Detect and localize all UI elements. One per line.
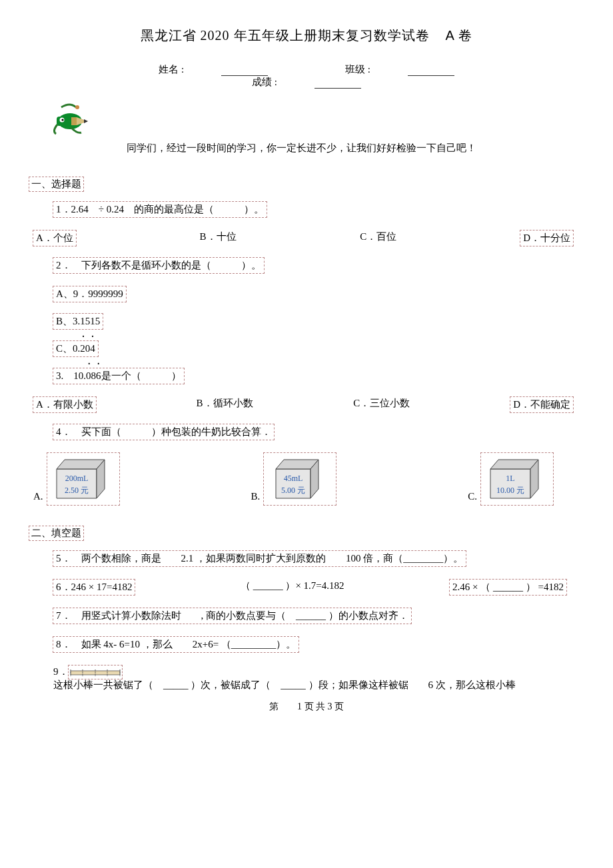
svg-rect-1 — [57, 117, 71, 126]
q4-choice-c[interactable]: 1L 10.00 元 — [481, 453, 553, 505]
q1-choice-c[interactable]: C．百位 — [360, 230, 396, 243]
svg-point-7 — [75, 105, 79, 109]
milk-a-price: 2.50 元 — [65, 486, 89, 495]
q2-c-num-cycle: 204 — [80, 343, 95, 354]
q4-label-b: B. — [251, 491, 261, 505]
q6-part3: 2.46 × （ ______ ） =4182 — [450, 580, 566, 595]
q3-suffix: 是一个（ ） — [101, 370, 181, 381]
class-blank[interactable] — [408, 66, 454, 76]
meta-row: 姓名 : 班级 : 成绩 : — [33, 63, 580, 89]
section-2-header: 二、填空题 — [29, 526, 83, 540]
q1-choice-d[interactable]: D．十分位 — [520, 230, 573, 246]
q6-part2: （ ______ ）× 1.7=4.182 — [241, 580, 344, 595]
title-volume: A 卷 — [446, 28, 473, 43]
q3-num-cycle: 086 — [86, 370, 101, 382]
milk-box-icon: 200mL 2.50 元 — [50, 454, 117, 501]
q4-label-c: C. — [468, 491, 477, 505]
milk-b-price: 5.00 元 — [281, 486, 305, 495]
score-blank[interactable] — [314, 79, 361, 89]
pencil-mascot-icon — [47, 98, 107, 138]
q1-text: 1．2.64 ÷ 0.24 的商的最高位是（ ）。 — [53, 202, 267, 217]
q3-choices: A．有限小数 B．循环小数 C．三位小数 D．不能确定 — [33, 397, 580, 412]
q3-text: 3. 10.086是一个（ ） — [53, 368, 184, 384]
q4-choices: A. 200mL 2.50 元 B. 45mL 5.00 元 — [33, 453, 580, 505]
milk-b-vol: 45mL — [284, 474, 303, 483]
svg-marker-4 — [84, 119, 88, 123]
q8-text: 8． 如果 4x- 6=10 ，那么 2x+6= （_________）。 — [53, 637, 299, 652]
q1-choice-a[interactable]: A．个位 — [33, 230, 76, 246]
milk-a-vol: 200mL — [65, 474, 88, 483]
q2-text: 2． 下列各数不是循环小数的是（ ）。 — [53, 258, 264, 273]
class-field: 班级 : — [326, 63, 473, 76]
stick-icon — [69, 667, 121, 678]
score-label: 成绩 : — [252, 76, 277, 89]
page-title: 黑龙江省 2020 年五年级上册期末复习数学试卷 A 卷 — [33, 27, 580, 45]
q4-label-a: A. — [33, 491, 43, 505]
q5-text: 5． 两个数相除，商是 2.1 ，如果两数同时扩大到原数的 100 倍，商（__… — [53, 551, 466, 566]
q1-choices: A．个位 B．十位 C．百位 D．十分位 — [33, 230, 580, 246]
q2-c-prefix: C、 — [56, 343, 73, 354]
score-field: 成绩 : — [233, 76, 380, 89]
q6-part1: 6．246 × 17=4182 — [53, 580, 135, 595]
milk-c-price: 10.00 元 — [496, 486, 524, 495]
page-footer: 第 1 页 共 3 页 — [33, 701, 580, 713]
q3-num-front: 10. — [73, 370, 86, 381]
q1-choice-b[interactable]: B．十位 — [200, 230, 237, 243]
name-field: 姓名 : — [140, 63, 287, 76]
milk-c-vol: 1L — [506, 474, 514, 483]
q3-prefix: 3. — [56, 370, 73, 381]
name-blank[interactable] — [221, 66, 268, 76]
section-1-header: 一、选择题 — [29, 177, 83, 191]
title-main: 黑龙江省 2020 年五年级上册期末复习数学试卷 — [141, 28, 430, 43]
q4-text: 4． 买下面（ ）种包装的牛奶比较合算． — [53, 424, 274, 440]
q9-prefix: 9． — [53, 665, 69, 678]
svg-point-6 — [61, 119, 63, 121]
q3-choice-a[interactable]: A．有限小数 — [33, 397, 96, 412]
milk-box-icon: 45mL 5.00 元 — [267, 454, 333, 501]
q9-stick-image — [69, 665, 122, 679]
milk-box-icon: 1L 10.00 元 — [484, 454, 550, 501]
q3-choice-d[interactable]: D．不能确定 — [510, 397, 573, 412]
q2-choice-a[interactable]: A、9．9999999 — [53, 286, 126, 302]
svg-rect-2 — [71, 117, 77, 125]
q3-choice-c[interactable]: C．三位小数 — [353, 397, 410, 410]
intro-text: 同学们，经过一段时间的学习，你一定长进不少，让我们好好检验一下自己吧！ — [33, 142, 580, 155]
q4-choice-b[interactable]: 45mL 5.00 元 — [264, 453, 336, 505]
q7-text: 7． 用竖式计算小数除法时 , 商的小数点要与（ ______ ）的小数点对齐． — [53, 608, 411, 624]
q2-choice-b[interactable]: B、3.1515 — [53, 314, 103, 329]
q3-choice-b[interactable]: B．循环小数 — [197, 397, 253, 410]
q2-c-num-front: 0. — [73, 343, 80, 354]
name-label: 姓名 : — [159, 63, 184, 76]
q2-choice-c[interactable]: C、0.204 — [53, 341, 98, 356]
class-label: 班级 : — [345, 63, 370, 76]
q9-text: 这根小棒一共被锯了（ _____ ）次，被锯成了（ _____ ）段；如果像这样… — [53, 679, 516, 691]
q4-choice-a[interactable]: 200mL 2.50 元 — [47, 453, 119, 505]
